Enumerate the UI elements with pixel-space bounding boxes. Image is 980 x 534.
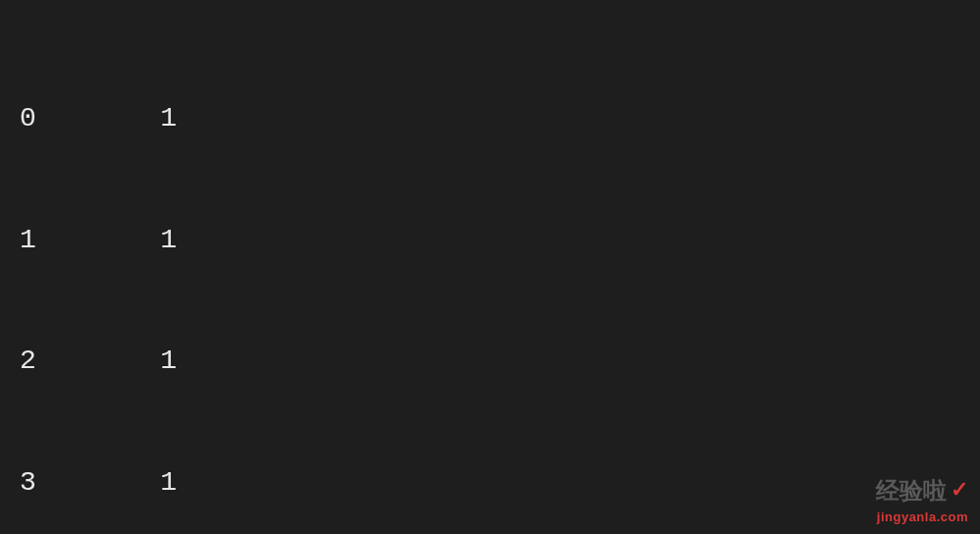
row-value: 1 [118,98,177,138]
row-value: 1 [118,341,177,381]
row-index: 2 [20,341,118,381]
data-row: 0 1 [20,98,960,138]
row-index: 1 [20,220,118,260]
watermark: 经验啦 ✓ jingyanla.com [876,473,968,526]
row-index: 0 [20,98,118,138]
data-row: 1 1 [20,220,960,260]
row-value: 1 [118,220,177,260]
data-row: 2 1 [20,341,960,381]
watermark-brand: 经验啦 ✓ [876,473,968,507]
watermark-text: 经验啦 [876,473,947,507]
data-row: 3 1 [20,462,960,503]
watermark-url: jingyanla.com [876,507,968,526]
row-index: 3 [20,462,118,503]
row-value: 1 [118,462,177,503]
terminal-output: 0 1 1 1 2 1 3 1 4 1 .. 12038 23 12039 23… [20,18,960,534]
check-icon: ✓ [951,474,968,506]
